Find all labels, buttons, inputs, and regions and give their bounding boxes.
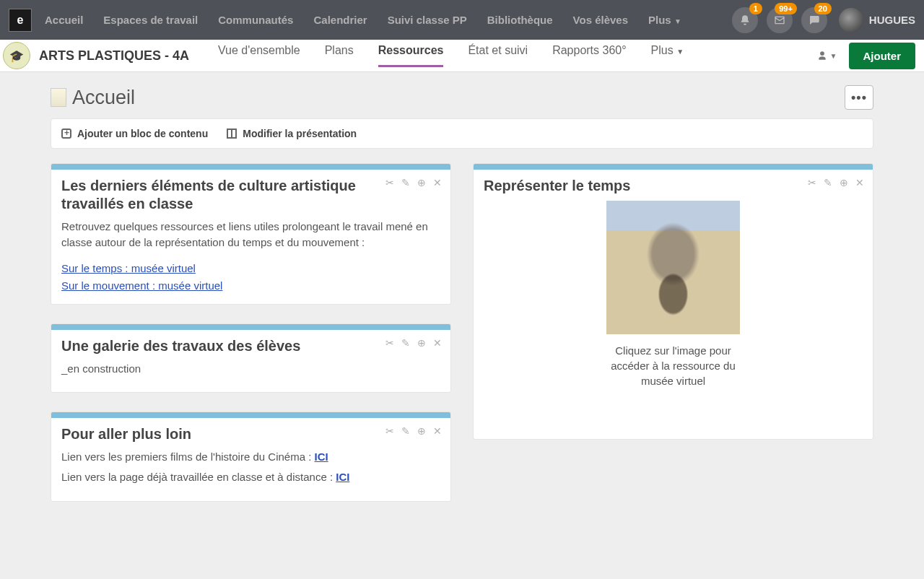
- cut-icon[interactable]: ✂: [385, 337, 394, 349]
- card-representer-temps: ✂ ✎ ⊕ ✕ Représenter le temps Cliquez sur…: [473, 163, 873, 440]
- card-actions: ✂ ✎ ⊕ ✕: [808, 177, 864, 188]
- link-page[interactable]: ICI: [336, 471, 349, 483]
- right-column: ✂ ✎ ⊕ ✕ Représenter le temps Cliquez sur…: [473, 163, 873, 440]
- link-mouvement[interactable]: Sur le mouvement : musée virtuel: [61, 279, 222, 292]
- mail-icon[interactable]: 99+: [767, 7, 793, 33]
- modify-layout[interactable]: Modifier la présentation: [227, 128, 357, 139]
- card-accent-bar: [51, 324, 450, 330]
- close-icon[interactable]: ✕: [433, 337, 442, 349]
- columns: ✂ ✎ ⊕ ✕ Les derniers éléments de culture…: [51, 163, 873, 502]
- page-title: Accueil: [72, 87, 135, 109]
- page-more-button[interactable]: •••: [845, 85, 873, 110]
- chat-badge: 20: [814, 3, 832, 14]
- link-films[interactable]: ICI: [315, 450, 328, 463]
- top-nav-items: Accueil Espaces de travail Communautés C…: [45, 14, 681, 26]
- subnav-user-dropdown[interactable]: ▼: [817, 51, 837, 61]
- sub-nav: 🎓 ARTS PLASTIQUES - 4A Vue d'ensemble Pl…: [0, 40, 924, 72]
- class-title: ARTS PLASTIQUES - 4A: [39, 48, 189, 64]
- nav-plus[interactable]: Plus ▼: [648, 14, 681, 26]
- tab-overview[interactable]: Vue d'ensemble: [218, 44, 300, 67]
- card-accent-bar: [51, 412, 450, 418]
- tab-rapports[interactable]: Rapports 360°: [552, 44, 626, 67]
- card-actions: ✂ ✎ ⊕ ✕: [385, 425, 442, 437]
- tab-ressources[interactable]: Ressources: [378, 44, 444, 67]
- plus-square-icon: [61, 129, 71, 139]
- link-temps[interactable]: Sur le temps : musée virtuel: [61, 262, 196, 274]
- sub-tabs: Vue d'ensemble Plans Ressources État et …: [218, 44, 684, 67]
- avatar: [839, 8, 863, 32]
- move-icon[interactable]: ⊕: [417, 337, 426, 349]
- username: HUGUES: [869, 14, 915, 26]
- nav-espaces[interactable]: Espaces de travail: [103, 14, 198, 26]
- card-galerie: ✂ ✎ ⊕ ✕ Une galerie des travaux des élèv…: [51, 323, 451, 393]
- app-logo[interactable]: e: [9, 9, 32, 32]
- cut-icon[interactable]: ✂: [385, 177, 394, 188]
- close-icon[interactable]: ✕: [433, 425, 442, 437]
- move-icon[interactable]: ⊕: [417, 177, 426, 188]
- card-actions: ✂ ✎ ⊕ ✕: [385, 177, 442, 188]
- layout-icon: [227, 129, 237, 139]
- nav-calendrier[interactable]: Calendrier: [313, 14, 367, 26]
- tab-etat[interactable]: État et suivi: [468, 44, 528, 67]
- nav-bibliotheque[interactable]: Bibliothèque: [487, 14, 553, 26]
- bell-badge: 1: [749, 3, 762, 14]
- chat-icon[interactable]: 20: [801, 7, 827, 33]
- card-description: Retrouvez quelques ressources et liens u…: [61, 219, 440, 251]
- card-line2: Lien vers la page déjà travaillée en cla…: [61, 469, 440, 485]
- add-button[interactable]: Ajouter: [849, 43, 916, 69]
- page-icon: [51, 88, 66, 107]
- card-actions: ✂ ✎ ⊕ ✕: [385, 337, 442, 349]
- card-line1: Lien vers les premiers films de l'histoi…: [61, 449, 440, 465]
- card-accent-bar: [474, 164, 873, 170]
- card-title: Les derniers éléments de culture artisti…: [61, 177, 440, 213]
- edit-icon[interactable]: ✎: [401, 425, 410, 437]
- edit-icon[interactable]: ✎: [824, 177, 832, 188]
- user-menu[interactable]: HUGUES: [839, 8, 915, 32]
- add-content-block[interactable]: Ajouter un bloc de contenu: [61, 128, 208, 139]
- card-title: Représenter le temps: [484, 177, 863, 195]
- tab-plus[interactable]: Plus ▼: [651, 44, 684, 67]
- class-icon[interactable]: 🎓: [3, 42, 30, 69]
- nav-suivi[interactable]: Suivi classe PP: [388, 14, 467, 26]
- nav-accueil[interactable]: Accueil: [45, 14, 83, 26]
- edit-icon[interactable]: ✎: [401, 337, 410, 349]
- card-description: _en construction: [61, 361, 440, 377]
- page-header: Accueil •••: [51, 85, 873, 110]
- mail-badge: 99+: [775, 3, 797, 14]
- edit-icon[interactable]: ✎: [401, 177, 410, 188]
- cut-icon[interactable]: ✂: [385, 425, 394, 437]
- image-caption: Cliquez sur l'image pour accéder à la re…: [601, 343, 746, 388]
- painting-image[interactable]: [606, 201, 740, 334]
- cut-icon[interactable]: ✂: [808, 177, 816, 188]
- card-plus-loin: ✂ ✎ ⊕ ✕ Pour aller plus loin Lien vers l…: [51, 412, 451, 502]
- page-toolbar: Ajouter un bloc de contenu Modifier la p…: [51, 118, 873, 149]
- card-title: Pour aller plus loin: [61, 425, 440, 443]
- card-title: Une galerie des travaux des élèves: [61, 337, 440, 355]
- top-nav: e Accueil Espaces de travail Communautés…: [0, 0, 924, 40]
- nav-eleves[interactable]: Vos élèves: [573, 14, 628, 26]
- move-icon[interactable]: ⊕: [840, 177, 848, 188]
- left-column: ✂ ✎ ⊕ ✕ Les derniers éléments de culture…: [51, 163, 451, 502]
- move-icon[interactable]: ⊕: [417, 425, 426, 437]
- content-area: Accueil ••• Ajouter un bloc de contenu M…: [0, 72, 924, 515]
- card-culture-artistique: ✂ ✎ ⊕ ✕ Les derniers éléments de culture…: [51, 163, 451, 305]
- close-icon[interactable]: ✕: [855, 177, 864, 188]
- tab-plans[interactable]: Plans: [325, 44, 354, 67]
- close-icon[interactable]: ✕: [433, 177, 442, 188]
- card-accent-bar: [51, 164, 450, 170]
- notifications-bell-icon[interactable]: 1: [732, 7, 758, 33]
- nav-communautes[interactable]: Communautés: [218, 14, 293, 26]
